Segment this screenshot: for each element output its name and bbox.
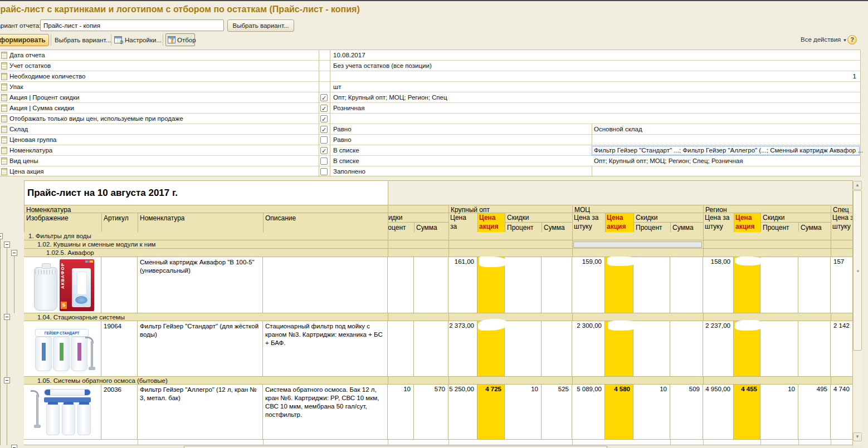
checkbox[interactable]: ✓: [320, 126, 328, 133]
cell-moc-price: 5 089,00: [572, 385, 605, 439]
filter-row-show-prices[interactable]: Отображать только виды цен, используемые…: [0, 114, 861, 124]
product-row[interactable]: АКВАФОР5 Сменный картридж Аквафор "В 100…: [24, 257, 852, 313]
cell-ko-price: 2 373,00: [448, 321, 477, 376]
tree-collapse-button[interactable]: [4, 242, 10, 248]
header-price-action: Цена акция: [477, 213, 504, 232]
grid-line: [330, 50, 330, 177]
tree-line: [7, 320, 7, 377]
cell-ko-sum: 525: [542, 385, 572, 439]
cell-moc-price: 2 300,00: [572, 321, 605, 376]
tree-collapse-button-partial[interactable]: [11, 445, 17, 448]
tree-collapse-button[interactable]: [0, 233, 3, 239]
product-image-geyser-allegro: [31, 388, 96, 437]
cell-reg-pct: [760, 321, 798, 376]
tree-collapse-button[interactable]: [4, 314, 10, 320]
product-row[interactable]: 20036 Фильтр Гейзер "Аллегро" (12 л, кра…: [24, 385, 852, 440]
checkbox[interactable]: ✓: [320, 94, 328, 101]
grid-line: [633, 222, 703, 223]
tree-collapse-button[interactable]: [11, 250, 17, 256]
grid-line: [477, 213, 478, 232]
grid-line: [670, 222, 671, 232]
filter-row-price-group[interactable]: Ценовая группаРавно: [0, 135, 861, 145]
cell-moc-pct: 10: [633, 385, 670, 439]
group-row-1-02-5[interactable]: 1.02.5. Аквафор: [24, 249, 852, 257]
filter-row-date[interactable]: Дата отчета10.08.2017: [0, 50, 861, 61]
header-col-desc: Описание: [265, 214, 296, 222]
grid-line: [101, 213, 102, 232]
checkbox[interactable]: [320, 136, 328, 144]
grid-line: [24, 180, 852, 181]
cell-desc: Стационарный фильтр под мойку с краном №…: [263, 321, 388, 376]
report-area: Прайс-лист на 10 августа 2017 г. Номенкл…: [0, 179, 868, 448]
cell-cut-pct: [388, 257, 414, 313]
partial-row: [24, 440, 852, 445]
grid-line: [263, 213, 264, 232]
filter-row-warehouse[interactable]: Склад✓РавноОсновной склад: [0, 124, 861, 135]
cell-ko-price: 161,00: [448, 257, 477, 313]
checkbox[interactable]: [320, 157, 328, 165]
chevron-down-icon: ▼: [843, 38, 847, 43]
header-percent: Процент: [763, 224, 789, 232]
choose-variant-button-top[interactable]: Выбрать вариант...: [227, 19, 294, 32]
product-row[interactable]: ГЕЙЗЕР СТАНДАРТ 19064 Фильтр Гейзер "Ста…: [24, 321, 852, 377]
all-actions-button[interactable]: Все действия ▼: [801, 36, 847, 43]
parameter-icon: [1, 157, 7, 165]
checkbox[interactable]: ✓: [320, 147, 328, 154]
filter-row-action-sum[interactable]: Акция | Сумма скидки✓Розничная: [0, 103, 861, 114]
settings-button[interactable]: Настройки...: [125, 34, 162, 46]
gear-icon: ⚙: [119, 40, 124, 45]
variant-input[interactable]: [40, 19, 224, 31]
grid-line: [760, 222, 831, 223]
filter-row-price-action[interactable]: Цена акцияЗаполнено: [0, 166, 861, 177]
header-price-action: Цена акция: [734, 213, 760, 232]
cell-ko-sum: [542, 321, 572, 376]
group-row-1-02[interactable]: 1.02. Кувшины и сменные модули к ним: [24, 240, 852, 249]
app-window: Прайс-лист с картинками и логотипом с от…: [0, 0, 868, 448]
toolbar-separator: [111, 34, 111, 46]
help-button[interactable]: ?: [847, 35, 857, 45]
cell-desc: Система обратного осмоса. Бак 12 л, кран…: [263, 385, 388, 439]
filter-row-stock[interactable]: Учет остатковБез учета остатков (все поз…: [0, 61, 861, 71]
report-title: Прайс-лист на 10 августа 2017 г.: [27, 188, 178, 199]
scroll-down-button[interactable]: ▼: [853, 432, 862, 441]
filter-row-upak[interactable]: Упакшт: [0, 82, 861, 92]
checkbox[interactable]: ✓: [320, 105, 328, 112]
checkbox[interactable]: ✓: [320, 115, 328, 122]
group-row-1[interactable]: 1. Фильтры для воды: [24, 232, 852, 240]
cell-reg-pct: 10: [760, 385, 798, 439]
selection-box: [573, 242, 702, 248]
group-row-1-04[interactable]: 1.04. Стационарные системы: [24, 313, 852, 321]
parameter-icon: [1, 52, 7, 59]
grid-line: [319, 50, 319, 177]
header-percent: Процент: [507, 224, 534, 232]
grid-line: [388, 180, 388, 232]
checkbox[interactable]: [320, 168, 328, 175]
horizontal-scrollbar-thumb[interactable]: [184, 446, 607, 448]
cell-desc: [263, 257, 388, 313]
cell-ko-pct: 10: [505, 385, 542, 439]
header-price-action: Цена акция: [605, 213, 633, 232]
cell-ko-pct: [505, 257, 542, 313]
filter-row-qty[interactable]: Необходимое количество1: [0, 71, 861, 82]
header-price-unit: Цена за штуку: [703, 213, 733, 232]
generate-button[interactable]: Сформировать: [0, 34, 49, 46]
cell-ko-action: 4 725: [477, 385, 505, 439]
tree-line: [0, 239, 1, 445]
tree-collapse-button[interactable]: [4, 377, 10, 383]
header-col-image: Изображение: [26, 214, 69, 222]
scroll-up-button[interactable]: ▲: [853, 181, 862, 190]
tree-line: [7, 248, 7, 314]
cell-moc-action: 4 580: [605, 385, 633, 439]
toolbar-separator: [163, 34, 163, 46]
vertical-scrollbar-thumb[interactable]: [853, 190, 862, 351]
choose-variant-button[interactable]: Выбрать вариант...: [55, 34, 111, 46]
grid-line: [448, 205, 449, 232]
selected-cell-outline: [592, 146, 860, 155]
parameter-icon: [1, 147, 7, 154]
parameter-icon: [1, 62, 7, 70]
filter-row-action-pct[interactable]: Акция | Процент скидки✓Опт; Крупный опт;…: [0, 92, 861, 103]
header-skidki-cut: Скидки: [388, 213, 448, 222]
filter-row-price-type[interactable]: Вид ценыВ спискеОпт; Крупный опт; МОЦ; Р…: [0, 156, 861, 166]
group-row-1-05[interactable]: 1.05. Системы обратного осмоса (бытовые): [24, 377, 852, 385]
grid-line: [505, 213, 505, 232]
